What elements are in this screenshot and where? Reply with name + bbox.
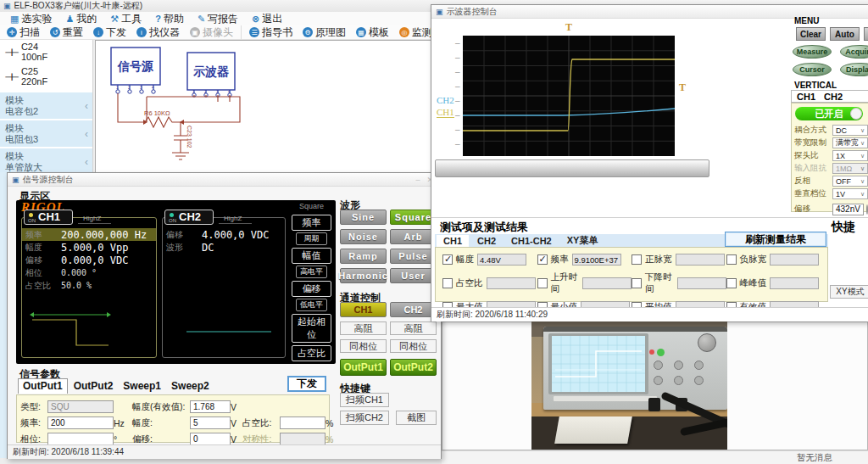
trigger-marker-top[interactable]: T xyxy=(565,21,572,34)
waveform-button[interactable]: User xyxy=(390,268,437,283)
param-tab[interactable]: Sweep2 xyxy=(167,379,214,394)
vertical-channel-tab[interactable]: CH2 xyxy=(824,92,843,102)
screenshot-button[interactable]: 截图 xyxy=(396,411,437,425)
rms-field[interactable]: 1.768 xyxy=(190,400,231,413)
sidebar-module-item[interactable]: 模块 电容包2 ‹ xyxy=(0,92,92,119)
test-value-field[interactable] xyxy=(676,254,725,266)
param-tab[interactable]: OutPut2 xyxy=(70,379,118,394)
capacitor-list-item[interactable]: ⊣⊢ C25 220nF xyxy=(0,64,92,89)
capacitor-list-item[interactable]: ⊣⊢ C24 100nF xyxy=(0,40,92,64)
toolbar-item[interactable]: ☰ 指导书 xyxy=(241,25,298,40)
toolbar-item[interactable]: ▣ 摄像头 xyxy=(185,25,238,40)
softkey-button[interactable]: 偏移 xyxy=(292,281,331,297)
menu-item[interactable]: ⊗ 退出 xyxy=(245,12,289,26)
ch2-select-button[interactable]: CH2 xyxy=(390,302,437,317)
scope-function-button[interactable]: Cursor xyxy=(793,63,832,76)
tests-tab[interactable]: XY菜单 xyxy=(560,233,605,248)
test-value-field[interactable] xyxy=(770,254,819,266)
toolbar-item[interactable]: ▦ 模板 xyxy=(351,25,394,40)
toolbar-item[interactable]: i 找仪器 xyxy=(131,25,185,40)
softkey-button[interactable]: 占空比 xyxy=(292,345,331,361)
softkey-button[interactable]: 起始相位 xyxy=(292,314,331,343)
setting-dropdown[interactable]: DC ∨ xyxy=(832,125,868,136)
softkey-button[interactable]: 周期 xyxy=(296,232,327,245)
output2-button[interactable]: OutPut2 xyxy=(390,359,437,376)
menu-item[interactable]: ♟ 我的 xyxy=(58,12,103,26)
test-checkbox[interactable] xyxy=(632,254,642,265)
test-checkbox[interactable] xyxy=(442,278,453,288)
softkey-button[interactable]: 频率 xyxy=(292,215,331,231)
ch1-select-button[interactable]: CH1 xyxy=(340,302,387,317)
duty-field[interactable] xyxy=(280,416,326,429)
test-value-field[interactable]: 9.9100E+37 xyxy=(572,254,621,266)
trigger-marker-right[interactable]: T xyxy=(679,81,686,94)
type-field[interactable]: SQU xyxy=(47,400,114,413)
softkey-button[interactable]: 低电平 xyxy=(296,299,327,311)
toolbar-item[interactable]: ✛ 扫描 xyxy=(2,25,45,40)
waveform-button[interactable]: Sine xyxy=(340,210,387,225)
param-tab[interactable]: OutPut1 xyxy=(18,378,68,394)
minimize-icon[interactable]: – xyxy=(415,176,420,184)
ch1-samephase-button[interactable]: 同相位 xyxy=(340,339,387,353)
test-checkbox[interactable] xyxy=(442,254,453,265)
offset-field[interactable]: 0 xyxy=(190,433,231,445)
menu-item[interactable]: ? 帮助 xyxy=(148,12,191,26)
menu-button-extra[interactable] xyxy=(864,27,868,41)
scope-function-button[interactable]: Acquire xyxy=(840,45,868,59)
param-tab[interactable]: Sweep1 xyxy=(119,379,165,394)
softkey-button[interactable]: 高电平 xyxy=(296,266,327,278)
ch1-hiz-button[interactable]: 高阻 xyxy=(340,321,387,335)
siggen-titlebar[interactable]: ▣ 信号源控制台 – ✕ xyxy=(8,173,441,187)
toolbar-item[interactable]: ↺ 重置 xyxy=(45,25,88,40)
waveform-button[interactable]: Noise xyxy=(340,229,387,244)
waveform-button[interactable]: Arb xyxy=(390,229,437,244)
waveform-button[interactable]: Ramp xyxy=(340,249,387,264)
phase-field[interactable] xyxy=(47,433,114,445)
channel-enabled-toggle[interactable]: 已开启 xyxy=(795,107,863,120)
send-button[interactable]: 下发 xyxy=(287,376,326,392)
test-value-field[interactable]: 4.48V xyxy=(477,254,526,266)
scope-function-button[interactable]: Measure xyxy=(793,45,832,59)
tests-tab[interactable]: CH1 xyxy=(437,235,469,247)
test-value-field[interactable] xyxy=(487,277,536,289)
ch2-hiz-button[interactable]: 高阻 xyxy=(390,321,437,335)
sidebar-module-item[interactable]: 模块 单管放大 ‹ xyxy=(0,148,92,175)
offset-input[interactable]: 432nV xyxy=(832,204,864,215)
sweep-ch2-button[interactable]: 扫频CH2 xyxy=(340,411,389,425)
menu-item[interactable]: ▦ 选实验 xyxy=(3,12,58,26)
test-value-field[interactable] xyxy=(582,277,632,289)
ch2-samephase-button[interactable]: 同相位 xyxy=(390,339,437,353)
menu-item[interactable]: ⚒ 工具 xyxy=(103,12,148,26)
setting-dropdown[interactable]: 1MΩ ∨ xyxy=(832,163,868,174)
toolbar-item[interactable]: ↓ 下发 xyxy=(88,25,131,40)
sym-field[interactable] xyxy=(280,433,326,445)
amp-field[interactable]: 5 xyxy=(190,416,231,429)
toolbar-item[interactable]: ⚙ 原理图 xyxy=(298,25,351,40)
softkey-button[interactable]: 幅值 xyxy=(292,248,331,264)
setting-dropdown[interactable]: 满带宽 ∨ xyxy=(832,137,868,148)
scope-scrollbar[interactable] xyxy=(435,159,709,177)
test-checkbox[interactable] xyxy=(537,278,548,288)
setting-dropdown[interactable]: 1X ∨ xyxy=(832,150,868,161)
waveform-button[interactable]: Pulse xyxy=(390,249,437,264)
waveform-button[interactable]: Harmonic xyxy=(340,268,387,283)
test-value-field[interactable] xyxy=(770,277,819,289)
scope-function-button[interactable]: Display xyxy=(840,63,868,76)
refresh-results-button[interactable]: 刷新测量结果 xyxy=(725,232,826,247)
clear-button[interactable]: Clear xyxy=(796,27,826,41)
menu-item[interactable]: ✎ 写报告 xyxy=(191,12,245,26)
auto-button[interactable]: Auto xyxy=(830,27,860,41)
waveform-button[interactable]: Square xyxy=(390,210,437,225)
test-value-field[interactable] xyxy=(677,277,726,289)
test-checkbox[interactable] xyxy=(726,254,737,265)
xy-mode-button[interactable]: XY模式 xyxy=(830,285,868,299)
test-checkbox[interactable] xyxy=(632,278,642,288)
tests-tab[interactable]: CH2 xyxy=(470,235,503,247)
freq-field[interactable]: 200 xyxy=(47,416,114,429)
sweep-ch1-button[interactable]: 扫频CH1 xyxy=(340,393,389,407)
vertical-channel-tab[interactable]: CH1 xyxy=(797,92,815,102)
setting-dropdown[interactable]: OFF ∨ xyxy=(832,176,868,187)
test-checkbox[interactable] xyxy=(726,278,737,288)
tests-tab[interactable]: CH1-CH2 xyxy=(504,235,559,247)
output1-button[interactable]: OutPut1 xyxy=(340,359,387,376)
